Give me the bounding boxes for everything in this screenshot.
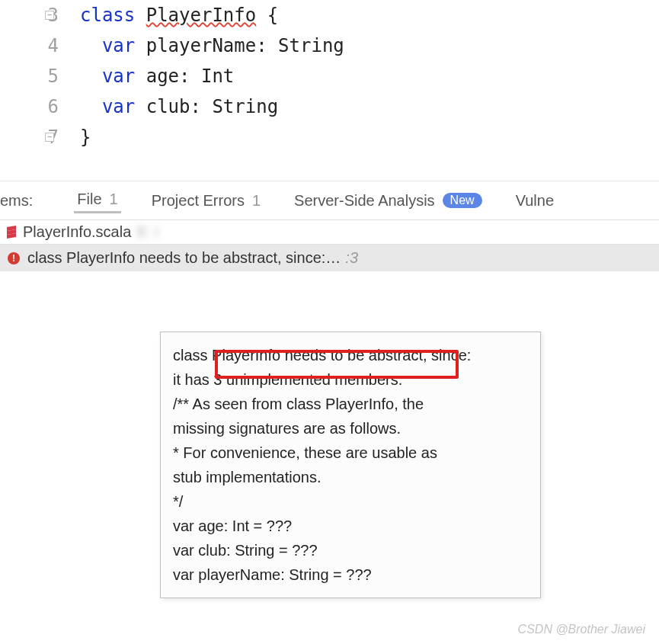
line-number: 6 <box>0 91 59 122</box>
tab-vulnerabilities-truncated[interactable]: Vulne <box>513 189 557 213</box>
scala-file-icon <box>5 226 18 239</box>
editor-lower-margin <box>0 152 659 181</box>
tooltip-line: */ <box>173 489 528 514</box>
line-number-gutter: 3−4567− <box>0 0 80 152</box>
code-line[interactable]: var playerName: String <box>80 30 344 61</box>
error-line-ref: :3 <box>345 249 358 267</box>
tooltip-line: var club: String = ??? <box>173 538 528 562</box>
watermark: CSDN @Brother Jiawei <box>518 623 645 636</box>
code-line[interactable]: var age: Int <box>80 61 344 91</box>
tooltip-line: var age: Int = ??? <box>173 514 528 538</box>
tooltip-line: /** As seen from class PlayerInfo, the <box>173 392 528 416</box>
tab-project-errors[interactable]: Project Errors 1 <box>149 189 264 213</box>
code-line[interactable]: class PlayerInfo { <box>80 0 344 30</box>
file-name: PlayerInfo.scala <box>23 223 131 241</box>
problems-label-truncated: ems: <box>0 192 46 210</box>
line-number: 3− <box>0 0 59 30</box>
problems-tabs: ems: File 1 Project Errors 1 Server-Side… <box>0 181 659 220</box>
tab-server-side-analysis[interactable]: Server-Side Analysis New <box>291 189 485 213</box>
tooltip-line: stub implementations. <box>173 465 528 489</box>
line-number: 7− <box>0 122 59 152</box>
error-message: class PlayerInfo needs to be abstract, s… <box>27 249 341 267</box>
error-tooltip: class PlayerInfo needs to be abstract, s… <box>160 332 541 598</box>
tooltip-line: it has 3 unimplemented members. <box>173 367 528 392</box>
code-content[interactable]: class PlayerInfo { var playerName: Strin… <box>80 0 344 152</box>
file-path-obscured: E i <box>137 223 654 241</box>
tooltip-line: missing signatures are as follows. <box>173 416 528 441</box>
tooltip-line: var playerName: String = ??? <box>173 562 528 587</box>
fold-start-icon[interactable]: − <box>45 11 54 20</box>
tooltip-line: * For convenience, these are usable as <box>173 441 528 465</box>
line-number: 4 <box>0 30 59 61</box>
new-badge: New <box>443 193 482 208</box>
code-line[interactable]: } <box>80 122 344 152</box>
error-list-item[interactable]: ! class PlayerInfo needs to be abstract,… <box>0 245 659 271</box>
fold-end-icon[interactable]: − <box>45 133 54 142</box>
code-line[interactable]: var club: String <box>80 91 344 122</box>
tooltip-line: class PlayerInfo needs to be abstract, s… <box>173 343 528 367</box>
tab-file[interactable]: File 1 <box>74 187 120 213</box>
file-breadcrumb[interactable]: PlayerInfo.scala E i <box>0 220 659 245</box>
code-editor[interactable]: 3−4567− class PlayerInfo { var playerNam… <box>0 0 659 152</box>
line-number: 5 <box>0 61 59 91</box>
error-icon: ! <box>8 252 20 264</box>
